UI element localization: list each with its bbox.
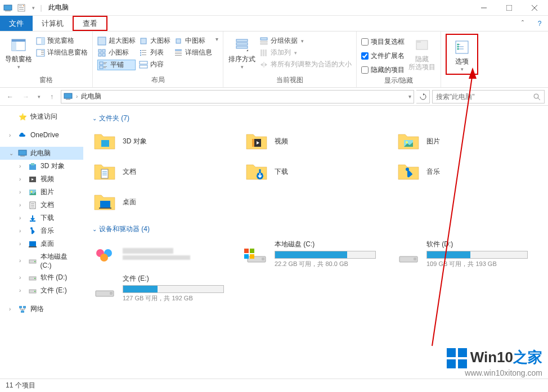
svg-rect-25: [104, 62, 107, 63]
check-file-ext[interactable]: 文件扩展名: [361, 51, 405, 61]
layout-small[interactable]: 小图标: [97, 48, 136, 57]
search-box[interactable]: [432, 90, 545, 103]
svg-point-105: [100, 254, 108, 262]
app-icon: [3, 3, 12, 12]
up-button[interactable]: ↑: [45, 90, 59, 103]
address-dropdown-icon[interactable]: ▾: [408, 93, 411, 100]
drive-item[interactable]: [92, 240, 227, 268]
drive-item[interactable]: 软件 (D:)109 GB 可用，共 193 GB: [396, 240, 531, 268]
svg-rect-27: [100, 66, 103, 69]
chevron-right-icon[interactable]: ›: [76, 93, 78, 100]
svg-point-100: [406, 168, 409, 171]
status-bar: 11 个项目: [0, 379, 548, 392]
folder-icon: [244, 159, 269, 184]
close-button[interactable]: [522, 0, 547, 16]
layout-list[interactable]: 列表: [139, 48, 170, 57]
layout-more-icon[interactable]: ▾: [215, 36, 218, 42]
main-area: ⭐快速访问 ›OneDrive ⌄此电脑 ›3D 对象›视频›图片›文档›下载›…: [0, 106, 548, 387]
sidebar-onedrive[interactable]: ›OneDrive: [0, 129, 83, 141]
folder-item[interactable]: 视频: [244, 129, 379, 154]
drive-item[interactable]: 本地磁盘 (C:)22.2 GB 可用，共 80.0 GB: [244, 240, 379, 268]
back-button[interactable]: ←: [3, 90, 17, 103]
layout-tiles[interactable]: 平铺: [97, 60, 136, 70]
refresh-button[interactable]: [416, 90, 430, 103]
svg-rect-45: [236, 43, 248, 45]
sidebar-drive[interactable]: ›软件 (D:): [0, 271, 83, 284]
minimize-button[interactable]: [471, 0, 496, 16]
qat-dropdown-icon[interactable]: ▾: [30, 3, 36, 12]
folder-item[interactable]: 文档: [92, 159, 227, 184]
layout-extralarge[interactable]: 超大图标: [97, 36, 136, 46]
sidebar-item[interactable]: ›文档: [0, 199, 83, 211]
drive-item[interactable]: 文件 (E:)127 GB 可用，共 192 GB: [92, 274, 227, 303]
folder-icon: [92, 129, 117, 154]
nav-pane-button[interactable]: 导航窗格 ▾: [5, 34, 33, 70]
svg-rect-4: [19, 7, 24, 8]
svg-rect-101: [100, 201, 110, 208]
svg-rect-65: [20, 156, 25, 156]
sidebar-quick-access[interactable]: ⭐快速访问: [0, 110, 83, 123]
watermark: Win10之家 www.win10xitong.com: [447, 348, 542, 377]
details-pane-icon: [36, 48, 45, 57]
sidebar-item[interactable]: ›图片: [0, 186, 83, 199]
folder-item[interactable]: 图片: [396, 129, 531, 154]
preview-pane-button[interactable]: 预览窗格: [36, 36, 88, 46]
svg-rect-87: [23, 306, 26, 308]
address-bar[interactable]: › 此电脑 ▾: [61, 90, 414, 103]
layout-details[interactable]: 详细信息: [174, 48, 212, 57]
hide-selected-button[interactable]: 隐藏 所选项目: [408, 34, 436, 71]
layout-content[interactable]: 内容: [139, 60, 170, 69]
svg-rect-39: [176, 39, 181, 43]
sidebar-drive[interactable]: ›文件 (E:): [0, 284, 83, 297]
svg-rect-0: [4, 5, 12, 10]
svg-rect-16: [41, 51, 44, 51]
recent-dropdown[interactable]: ▾: [35, 90, 43, 103]
layout-large[interactable]: 大图标: [139, 36, 170, 46]
check-hidden-items[interactable]: 隐藏的项目: [361, 65, 405, 75]
svg-rect-42: [175, 53, 182, 54]
hide-icon: [413, 36, 431, 54]
add-columns-button[interactable]: 添加列▾: [259, 48, 352, 57]
tab-computer[interactable]: 计算机: [33, 16, 73, 31]
folder-icon: [244, 129, 269, 154]
folder-item[interactable]: 桌面: [92, 190, 227, 214]
sort-button[interactable]: 排序方式▾: [228, 34, 256, 70]
sidebar-item[interactable]: ›桌面: [0, 237, 83, 250]
group-by-button[interactable]: 分组依据▾: [259, 36, 352, 46]
check-item-checkboxes[interactable]: 项目复选框: [361, 37, 405, 47]
options-button[interactable]: 选项▾: [448, 36, 476, 73]
qat-properties-icon[interactable]: [17, 3, 26, 12]
layout-medium[interactable]: 中图标: [174, 36, 212, 46]
svg-rect-43: [175, 55, 182, 56]
status-text: 11 个项目: [6, 381, 35, 390]
drives-section-header[interactable]: ⌄设备和驱动器 (4): [92, 224, 539, 234]
details-pane-button[interactable]: 详细信息窗格: [36, 48, 88, 57]
folder-icon: [28, 162, 37, 171]
folder-item[interactable]: 3D 对象: [92, 129, 227, 154]
folder-item[interactable]: 下载: [244, 159, 379, 184]
ribbon-collapse-button[interactable]: ˆ: [514, 16, 531, 31]
nav-sidebar: ⭐快速访问 ›OneDrive ⌄此电脑 ›3D 对象›视频›图片›文档›下载›…: [0, 106, 83, 387]
svg-rect-17: [41, 52, 44, 53]
svg-rect-106: [244, 249, 249, 253]
sidebar-item[interactable]: ›视频: [0, 173, 83, 186]
folder-item[interactable]: 音乐: [396, 159, 531, 184]
sidebar-network[interactable]: ›网络: [0, 303, 83, 316]
sidebar-item[interactable]: ›下载: [0, 211, 83, 224]
sidebar-drive[interactable]: ›本地磁盘 (C:): [0, 250, 83, 271]
maximize-button[interactable]: [496, 0, 522, 16]
ribbon-group-panes: 导航窗格 ▾ 预览窗格 详细信息窗格 窗格: [0, 31, 93, 87]
sidebar-this-pc[interactable]: ⌄此电脑: [0, 147, 83, 160]
folders-section-header[interactable]: ⌄文件夹 (7): [92, 114, 539, 123]
tab-file[interactable]: 文件: [0, 16, 33, 31]
sidebar-item[interactable]: ›3D 对象: [0, 160, 83, 173]
forward-button[interactable]: →: [19, 90, 33, 103]
help-button[interactable]: ?: [531, 16, 548, 31]
svg-rect-32: [142, 50, 146, 51]
search-input[interactable]: [436, 93, 531, 101]
chevron-down-icon: ⌄: [92, 226, 97, 232]
tab-view[interactable]: 查看: [73, 16, 107, 31]
sidebar-item[interactable]: ›音乐: [0, 224, 83, 237]
svg-rect-23: [102, 53, 105, 56]
fit-columns-button[interactable]: 将所有列调整为合适的大小: [259, 60, 352, 69]
